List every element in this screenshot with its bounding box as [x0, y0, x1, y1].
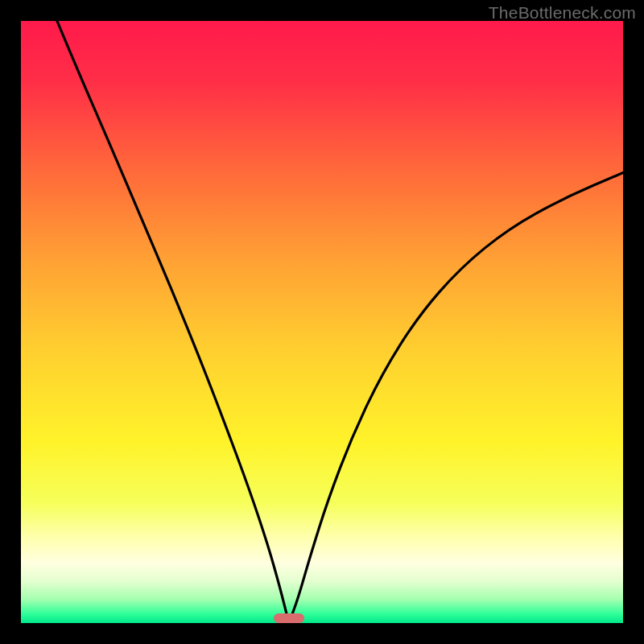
svg-rect-0	[21, 21, 623, 623]
plot-area	[21, 21, 623, 623]
background-gradient	[21, 21, 623, 623]
chart-frame: TheBottleneck.com	[0, 0, 644, 644]
watermark-text: TheBottleneck.com	[489, 3, 636, 23]
optimal-marker	[274, 613, 303, 623]
